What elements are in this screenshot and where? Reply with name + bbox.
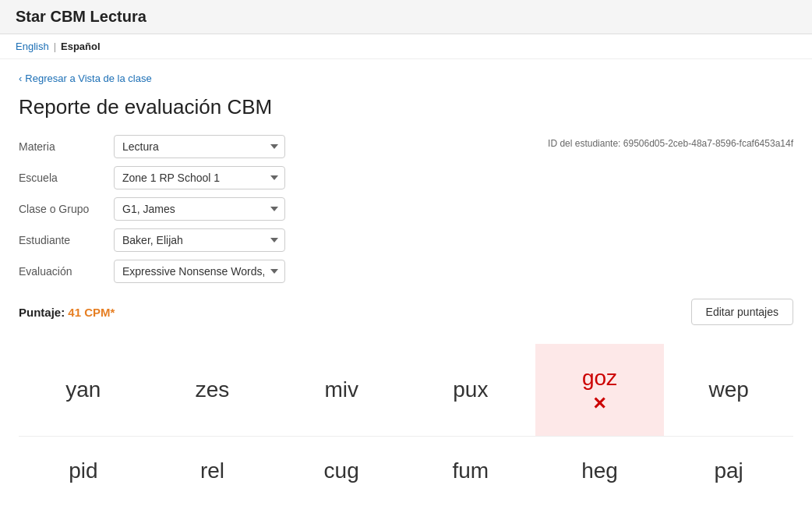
word-text: fum <box>452 458 489 483</box>
score-label: Puntaje: <box>19 306 65 319</box>
word-text: heg <box>581 458 618 483</box>
student-id-value: 69506d05-2ceb-48a7-8596-fcaf6453a14f <box>623 138 793 149</box>
word-text: cug <box>324 458 359 483</box>
incorrect-mark-icon: ✕ <box>592 394 606 414</box>
language-bar: English | Español <box>0 34 812 59</box>
escuela-select[interactable]: Zone 1 RP School 1 <box>114 166 285 189</box>
chevron-left-icon: ‹ <box>19 73 22 84</box>
form-section: Materia Lectura Escuela Zone 1 RP School… <box>19 135 793 283</box>
student-id-label: ID del estudiante: <box>548 138 620 149</box>
word-cell: pid <box>19 437 148 505</box>
word-cell: zes <box>148 344 277 436</box>
clase-label: Clase o Grupo <box>19 203 104 215</box>
word-cell: wep <box>664 344 793 436</box>
word-text: paj <box>714 458 743 483</box>
word-text: pid <box>69 458 97 483</box>
espanol-link[interactable]: Español <box>61 41 101 52</box>
word-text: yan <box>65 377 101 402</box>
words-grid: yanzesmivpuxgoz✕weppidrelcugfumhegpaj <box>19 344 793 505</box>
clase-select[interactable]: G1, James <box>114 197 285 221</box>
word-text: goz <box>582 366 617 391</box>
materia-select[interactable]: Lectura <box>114 135 285 158</box>
word-text: rel <box>200 458 224 483</box>
word-cell: pux <box>406 344 535 436</box>
materia-row: Materia Lectura <box>19 135 285 158</box>
evaluacion-select[interactable]: Expressive Nonsense Words, 6/... <box>114 260 285 283</box>
word-text: pux <box>453 377 488 402</box>
materia-label: Materia <box>19 140 104 153</box>
word-cell: cug <box>277 437 406 505</box>
form-fields: Materia Lectura Escuela Zone 1 RP School… <box>19 135 285 283</box>
word-cell: paj <box>664 437 793 505</box>
evaluacion-row: Evaluación Expressive Nonsense Words, 6/… <box>19 260 285 283</box>
estudiante-row: Estudiante Baker, Elijah <box>19 228 285 252</box>
word-cell: heg <box>535 437 665 505</box>
evaluacion-label: Evaluación <box>19 265 104 278</box>
clase-row: Clase o Grupo G1, James <box>19 197 285 221</box>
word-text: wep <box>708 377 748 402</box>
word-cell: goz✕ <box>535 344 665 436</box>
score-section: Puntaje: 41 CPM* Editar puntajes <box>19 299 793 325</box>
lang-separator: | <box>54 41 56 52</box>
word-cell: fum <box>406 437 535 505</box>
escuela-row: Escuela Zone 1 RP School 1 <box>19 166 285 189</box>
score-text: Puntaje: 41 CPM* <box>19 306 115 319</box>
student-id-section: ID del estudiante: 69506d05-2ceb-48a7-85… <box>548 135 793 149</box>
word-cell: rel <box>148 437 277 505</box>
escuela-label: Escuela <box>19 172 104 184</box>
back-link[interactable]: ‹ Regresar a Vista de la clase <box>19 73 152 84</box>
top-bar: Star CBM Lectura <box>0 0 812 34</box>
app-title: Star CBM Lectura <box>16 8 796 26</box>
english-link[interactable]: English <box>16 41 49 52</box>
word-text: zes <box>196 377 230 402</box>
estudiante-select[interactable]: Baker, Elijah <box>114 228 285 252</box>
main-content: ‹ Regresar a Vista de la clase Reporte d… <box>0 59 812 518</box>
word-text: miv <box>324 377 358 402</box>
edit-scores-button[interactable]: Editar puntajes <box>691 299 793 325</box>
estudiante-label: Estudiante <box>19 234 104 246</box>
page-title: Reporte de evaluación CBM <box>19 95 793 119</box>
score-value: 41 CPM* <box>68 306 115 319</box>
word-cell: miv <box>277 344 406 436</box>
word-cell: yan <box>19 344 148 436</box>
